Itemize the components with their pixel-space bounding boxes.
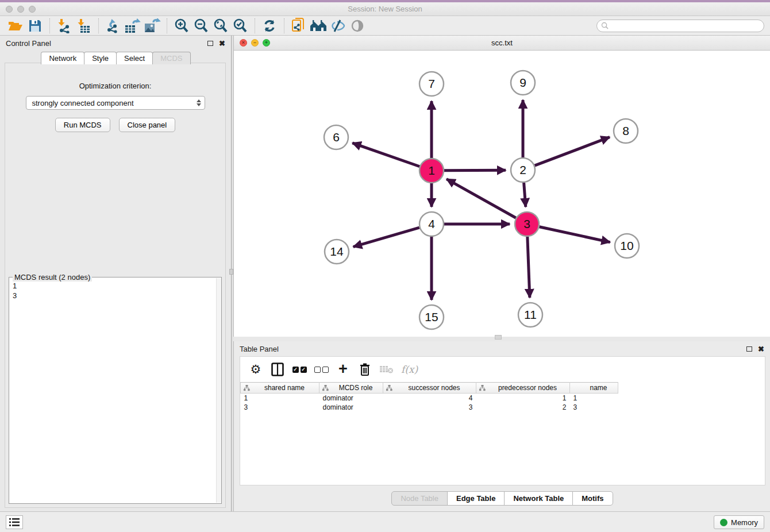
cell-mcds-role[interactable]: dominator <box>319 394 383 403</box>
save-session-icon[interactable] <box>25 18 45 34</box>
memory-button[interactable]: Memory <box>714 515 764 529</box>
splitter-handle[interactable] <box>495 335 502 340</box>
column-visibility-icon[interactable] <box>270 361 285 378</box>
table-row-1[interactable]: 3dominator323 <box>241 403 618 412</box>
hide-selected-icon[interactable] <box>328 18 348 34</box>
add-column-icon[interactable]: + <box>336 361 351 378</box>
edge-3-1[interactable] <box>446 179 516 218</box>
control-panel-title: Control Panel <box>6 39 51 48</box>
node-15[interactable]: 15 <box>419 305 444 329</box>
clone-network-icon[interactable] <box>289 18 309 34</box>
refresh-layout-icon[interactable] <box>260 18 279 34</box>
optimization-criterion-select[interactable]: strongly connected component <box>26 96 205 110</box>
node-9[interactable]: 9 <box>511 71 535 95</box>
import-network-icon[interactable] <box>55 18 74 34</box>
node-3[interactable]: 3 <box>515 212 539 236</box>
cell-shared-name[interactable]: 3 <box>241 403 319 412</box>
tab-motifs[interactable]: Motifs <box>572 491 613 506</box>
memory-label: Memory <box>731 518 758 527</box>
zoom-out-icon[interactable] <box>191 18 211 34</box>
tab-select[interactable]: Select <box>116 52 153 64</box>
search-input[interactable] <box>611 21 764 31</box>
edge-1-2[interactable] <box>444 170 506 171</box>
tab-network[interactable]: Network <box>41 52 84 64</box>
node-14[interactable]: 14 <box>325 240 349 264</box>
edge-2-8[interactable] <box>535 137 610 166</box>
cell-mcds-role[interactable]: dominator <box>319 403 383 412</box>
tab-style[interactable]: Style <box>84 52 117 64</box>
cell-name[interactable]: 3 <box>570 403 618 412</box>
control-panel: Control Panel ✖ NetworkStyleSelectMCDS O… <box>0 36 231 511</box>
float-panel-icon[interactable] <box>207 41 213 46</box>
node-2[interactable]: 2 <box>511 158 535 182</box>
node-11[interactable]: 11 <box>518 303 542 327</box>
close-panel-icon[interactable]: ✖ <box>219 40 225 47</box>
cell-shared-name[interactable]: 1 <box>241 394 319 403</box>
cell-successor-nodes[interactable]: 4 <box>383 394 476 403</box>
edge-3-10[interactable] <box>539 227 610 242</box>
network-view-window: × − + scc.txt 7968124314101511 <box>233 36 770 337</box>
svg-text:11: 11 <box>524 308 537 321</box>
close-panel-button[interactable]: Close panel <box>119 118 176 132</box>
table-row-0[interactable]: 1dominator411 <box>241 394 618 403</box>
import-table-icon[interactable] <box>74 18 94 34</box>
show-task-history-button[interactable] <box>6 515 23 529</box>
zoom-in-icon[interactable] <box>172 18 191 34</box>
cell-successor-nodes[interactable]: 3 <box>383 403 476 412</box>
hierarchy-icon <box>479 385 486 391</box>
splitter-handle[interactable] <box>229 269 233 275</box>
zoom-fit-icon[interactable] <box>211 18 230 34</box>
toolbar-separator <box>255 18 255 33</box>
column-header-predecessor-nodes[interactable]: predecessor nodes <box>476 383 570 394</box>
export-image-icon[interactable] <box>143 18 162 34</box>
tab-node-table[interactable]: Node Table <box>391 491 448 506</box>
edge-1-6[interactable] <box>352 143 419 167</box>
node-8[interactable]: 8 <box>614 119 638 143</box>
cell-predecessor-nodes[interactable]: 2 <box>476 403 570 412</box>
function-builder-icon: f(x) <box>401 361 418 378</box>
delete-table-icon <box>379 361 394 378</box>
search-field[interactable] <box>596 20 764 32</box>
edge-3-11[interactable] <box>528 237 530 298</box>
table-options-icon[interactable]: ⚙ <box>248 361 263 378</box>
export-network-icon[interactable] <box>103 18 123 34</box>
tab-mcds[interactable]: MCDS <box>152 52 190 64</box>
show-all-icon[interactable] <box>348 18 367 34</box>
column-header-mcds-role[interactable]: MCDS role <box>319 383 383 394</box>
export-table-icon[interactable] <box>123 18 143 34</box>
node-1[interactable]: 1 <box>419 159 444 183</box>
tab-network-table[interactable]: Network Table <box>504 491 573 506</box>
hierarchy-icon <box>322 385 329 391</box>
cell-predecessor-nodes[interactable]: 1 <box>476 394 570 403</box>
column-header-shared-name[interactable]: shared name <box>241 383 319 394</box>
open-session-icon[interactable] <box>6 18 25 34</box>
column-header-successor-nodes[interactable]: successor nodes <box>383 383 476 394</box>
node-7[interactable]: 7 <box>419 72 444 96</box>
delete-column-icon[interactable] <box>357 361 372 378</box>
edge-2-3[interactable] <box>524 183 526 207</box>
horizontal-splitter[interactable] <box>233 337 770 341</box>
table-tabs-bar: Node TableEdge TableNetwork TableMotifs <box>234 485 770 511</box>
node-6[interactable]: 6 <box>324 125 348 149</box>
node-10[interactable]: 10 <box>615 234 639 258</box>
deselect-all-icon[interactable] <box>314 361 329 378</box>
node-4[interactable]: 4 <box>419 212 444 236</box>
node-table[interactable]: shared nameMCDS rolesuccessor nodesprede… <box>240 382 618 412</box>
svg-text:8: 8 <box>622 124 629 137</box>
toolbar-separator <box>284 18 284 33</box>
column-header-name[interactable]: name <box>570 383 618 394</box>
cell-name[interactable]: 1 <box>570 394 618 403</box>
select-all-icon[interactable]: ✓✓ <box>292 361 307 378</box>
edge-4-14[interactable] <box>353 228 419 246</box>
run-mcds-button[interactable]: Run MCDS <box>55 118 110 132</box>
network-canvas[interactable]: 7968124314101511 <box>234 51 770 337</box>
zoom-selected-icon[interactable] <box>230 18 250 34</box>
status-bar: Memory <box>0 511 770 532</box>
close-panel-icon[interactable]: ✖ <box>758 345 764 353</box>
memory-status-icon <box>720 519 727 526</box>
result-scrollbar[interactable] <box>216 278 221 503</box>
tab-edge-table[interactable]: Edge Table <box>447 491 505 506</box>
first-neighbors-icon[interactable] <box>309 18 328 34</box>
mcds-result-list[interactable]: 1 3 <box>9 277 221 503</box>
float-panel-icon[interactable] <box>746 346 752 352</box>
